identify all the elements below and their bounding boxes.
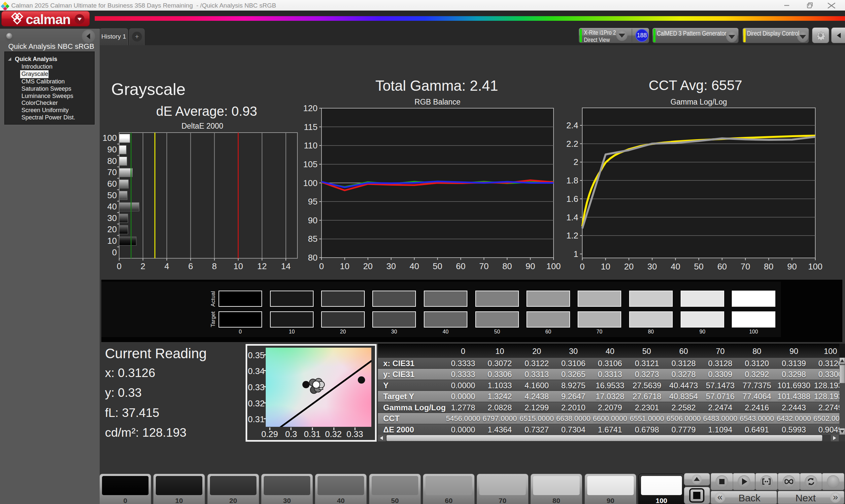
- svg-text:30: 30: [386, 261, 396, 271]
- svg-text:2: 2: [574, 157, 578, 167]
- svg-text:14: 14: [281, 261, 291, 271]
- svg-text:85: 85: [308, 234, 318, 244]
- svg-text:1.8: 1.8: [566, 176, 578, 185]
- svg-text:RGB Balance: RGB Balance: [415, 97, 460, 106]
- svg-text:6: 6: [188, 261, 193, 271]
- svg-text:4: 4: [164, 261, 169, 271]
- svg-text:95: 95: [308, 197, 318, 206]
- svg-text:60: 60: [456, 261, 465, 271]
- svg-text:1.6: 1.6: [566, 194, 578, 204]
- svg-text:110: 110: [304, 141, 318, 150]
- svg-text:120: 120: [303, 103, 318, 113]
- svg-text:20: 20: [624, 262, 634, 271]
- svg-text:105: 105: [303, 159, 318, 169]
- svg-text:10: 10: [233, 261, 243, 271]
- svg-text:80: 80: [764, 262, 773, 271]
- svg-text:100: 100: [103, 133, 117, 143]
- svg-text:50: 50: [433, 261, 442, 271]
- svg-text:40: 40: [410, 261, 419, 271]
- svg-text:2.2: 2.2: [566, 139, 578, 149]
- svg-text:90: 90: [308, 215, 318, 225]
- svg-text:40: 40: [671, 262, 680, 271]
- svg-text:20: 20: [363, 261, 373, 271]
- svg-text:0: 0: [319, 261, 324, 271]
- svg-text:70: 70: [479, 261, 489, 271]
- svg-text:1: 1: [574, 249, 578, 259]
- svg-text:90: 90: [107, 144, 117, 155]
- svg-text:50: 50: [694, 262, 704, 271]
- svg-text:70: 70: [741, 262, 750, 271]
- svg-text:60: 60: [717, 262, 727, 271]
- svg-text:10: 10: [340, 261, 350, 271]
- svg-text:Gamma Log/Log: Gamma Log/Log: [670, 97, 727, 106]
- svg-text:1.2: 1.2: [566, 231, 578, 240]
- svg-text:50: 50: [107, 190, 117, 200]
- svg-text:8: 8: [212, 261, 216, 271]
- svg-text:20: 20: [107, 224, 117, 234]
- svg-text:90: 90: [526, 261, 535, 271]
- svg-text:90: 90: [787, 262, 797, 271]
- svg-text:1.4: 1.4: [566, 212, 578, 222]
- svg-text:12: 12: [257, 261, 267, 271]
- svg-text:0: 0: [112, 247, 117, 257]
- svg-text:2.4: 2.4: [566, 120, 578, 130]
- svg-text:10: 10: [107, 236, 117, 246]
- svg-text:100: 100: [808, 262, 822, 271]
- svg-text:100: 100: [303, 178, 318, 188]
- svg-text:30: 30: [107, 213, 117, 223]
- svg-text:0: 0: [580, 262, 584, 271]
- svg-text:10: 10: [601, 262, 610, 271]
- svg-text:100: 100: [546, 261, 561, 271]
- svg-text:115: 115: [304, 122, 318, 132]
- svg-text:80: 80: [107, 156, 117, 166]
- svg-text:80: 80: [503, 261, 512, 271]
- svg-text:60: 60: [107, 179, 117, 189]
- svg-text:DeltaE 2000: DeltaE 2000: [181, 123, 224, 130]
- svg-text:0: 0: [117, 261, 122, 271]
- svg-text:30: 30: [647, 262, 657, 271]
- svg-text:70: 70: [107, 167, 117, 177]
- svg-text:80: 80: [308, 253, 318, 263]
- svg-text:2: 2: [141, 261, 145, 271]
- svg-text:40: 40: [107, 201, 117, 212]
